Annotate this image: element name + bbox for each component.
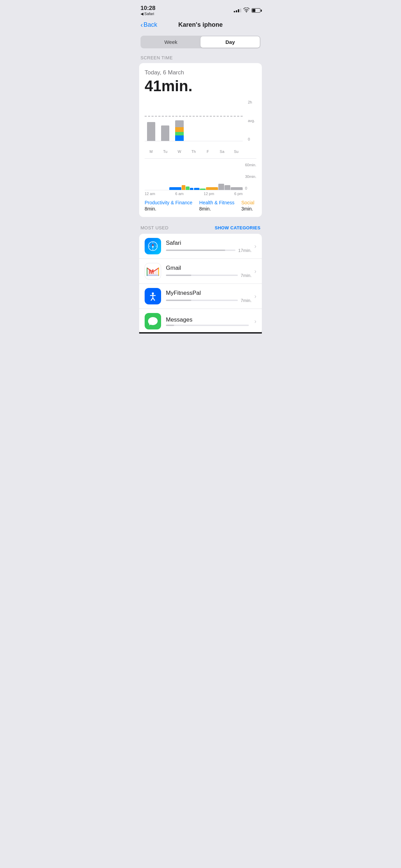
gmail-bar-fill xyxy=(166,275,191,276)
gmail-bar-bg xyxy=(166,275,238,276)
y-label-avg: avg. xyxy=(248,119,255,123)
week-day-col-w xyxy=(173,107,186,141)
daily-chart: 60min. 30min. 0 xyxy=(145,163,243,190)
daily-bar-6-1 xyxy=(224,185,230,190)
day-label-su: Su xyxy=(230,149,243,154)
signal-bar-2 xyxy=(236,10,237,12)
segment-control: Week Day xyxy=(141,36,260,48)
messages-info: Messages xyxy=(166,316,252,326)
cat-health-name: Health & Fitness xyxy=(199,200,234,205)
gmail-info: Gmail 7min. xyxy=(166,265,252,278)
page-title: Karen's iphone xyxy=(178,21,222,28)
back-label: Back xyxy=(144,21,157,28)
show-categories-button[interactable]: SHOW CATEGORIES xyxy=(215,225,260,230)
day-label-tu: Tu xyxy=(159,149,171,154)
safari-chevron-icon: › xyxy=(254,243,256,250)
time-6am: 6 am xyxy=(175,192,183,196)
cat-productivity[interactable]: Productivity & Finance 8min. xyxy=(145,200,192,212)
day-label-sa: Sa xyxy=(216,149,228,154)
safari-time: 17min. xyxy=(238,248,252,253)
daily-bars xyxy=(145,163,243,190)
battery-fill xyxy=(252,9,255,12)
safari-bar-fill xyxy=(166,250,225,251)
week-day-col-th xyxy=(187,107,200,141)
app-row-myfitnesspal[interactable]: MyFitnessPal 7min. › xyxy=(139,284,262,309)
app-row-gmail[interactable]: M Gmail 7min. › xyxy=(139,259,262,284)
messages-bar-row xyxy=(166,325,252,326)
week-day-col-tu xyxy=(159,107,171,141)
time-6pm: 6 pm xyxy=(234,192,243,196)
nav-bar: ‹ Back Karen's iphone xyxy=(134,18,267,33)
svg-text:M: M xyxy=(149,268,154,275)
cat-productivity-time: 8min. xyxy=(145,206,192,212)
time-12am: 12 am xyxy=(145,192,155,196)
safari-icon xyxy=(145,238,161,254)
daily-bar-4-1 xyxy=(200,189,206,190)
daily-y-labels: 60min. 30min. 0 xyxy=(245,163,256,190)
cat-productivity-name: Productivity & Finance xyxy=(145,200,192,205)
chart-divider xyxy=(145,158,256,159)
segment-day[interactable]: Day xyxy=(200,36,260,48)
status-left: 10:28 ◀ Safari xyxy=(141,5,155,16)
day-label-m: M xyxy=(145,149,157,154)
week-day-col-m xyxy=(145,107,157,141)
y-label-60: 60min. xyxy=(245,163,256,167)
gmail-time: 7min. xyxy=(241,273,252,278)
myfitnesspal-bar-bg xyxy=(166,300,238,301)
most-used-label: MOST USED xyxy=(141,225,169,230)
app-row-messages[interactable]: Messages › xyxy=(139,309,262,334)
app-list: Safari 17min. › M Gmail xyxy=(139,234,262,334)
daily-bar-5-0 xyxy=(206,187,218,190)
svg-point-1 xyxy=(153,246,154,247)
daily-bar-3-1 xyxy=(186,186,190,190)
cat-health-time: 8min. xyxy=(199,206,234,212)
daily-bar-group-3 xyxy=(182,163,194,190)
most-used-header: MOST USED SHOW CATEGORIES xyxy=(134,222,267,234)
week-y-labels: 2h avg. 0 xyxy=(248,100,255,141)
messages-chevron-icon: › xyxy=(254,318,256,325)
status-bar: 10:28 ◀ Safari xyxy=(134,0,267,18)
cat-health[interactable]: Health & Fitness 8min. xyxy=(199,200,234,212)
cat-social-name: Social xyxy=(241,200,254,205)
day-label-w: W xyxy=(173,149,186,154)
svg-line-17 xyxy=(153,298,155,300)
category-legend: Productivity & Finance 8min. Health & Fi… xyxy=(145,200,256,212)
week-day-col-f xyxy=(202,107,214,141)
week-day-col-su xyxy=(230,107,243,141)
y-label-2h: 2h xyxy=(248,100,255,104)
daily-bar-group-7 xyxy=(231,163,243,190)
daily-bar-group-5 xyxy=(206,163,218,190)
y-label-30: 30min. xyxy=(245,174,256,179)
time-labels: 12 am 6 am 12 pm 6 pm xyxy=(145,192,243,196)
myfitnesspal-time: 7min. xyxy=(241,298,252,303)
card-total: 41min. xyxy=(145,77,256,95)
daily-bar-2-0 xyxy=(169,187,181,190)
myfitnesspal-bar-row: 7min. xyxy=(166,298,252,303)
gmail-icon: M xyxy=(145,263,161,279)
messages-name: Messages xyxy=(166,316,252,323)
app-row-safari[interactable]: Safari 17min. › xyxy=(139,234,262,259)
messages-bar-fill xyxy=(166,325,174,326)
cat-social[interactable]: Social 3min. xyxy=(241,200,254,212)
safari-bar-row: 17min. xyxy=(166,248,252,253)
week-bars xyxy=(145,100,243,141)
myfitnesspal-info: MyFitnessPal 7min. xyxy=(166,290,252,303)
myfitnesspal-chevron-icon: › xyxy=(254,293,256,300)
battery-icon xyxy=(252,8,260,13)
screen-time-label: SCREEN TIME xyxy=(134,54,267,63)
myfitnesspal-bar-fill xyxy=(166,300,191,301)
segment-week[interactable]: Week xyxy=(141,36,200,48)
daily-bar-3-0 xyxy=(182,185,185,190)
daily-bar-group-1 xyxy=(157,163,169,190)
gmail-bar-row: 7min. xyxy=(166,273,252,278)
day-label-th: Th xyxy=(187,149,200,154)
status-right xyxy=(234,8,260,13)
screen-time-card: Today, 6 March 41min. 2h avg. 0 MTuWThFS… xyxy=(139,63,262,217)
day-labels: MTuWThFSaSu xyxy=(145,148,243,154)
safari-bar-bg xyxy=(166,250,235,251)
myfitnesspal-icon xyxy=(145,288,161,304)
gmail-chevron-icon: › xyxy=(254,268,256,275)
back-button[interactable]: ‹ Back xyxy=(141,21,157,29)
daily-bar-group-0 xyxy=(145,163,157,190)
segment-container: Week Day xyxy=(134,33,267,54)
